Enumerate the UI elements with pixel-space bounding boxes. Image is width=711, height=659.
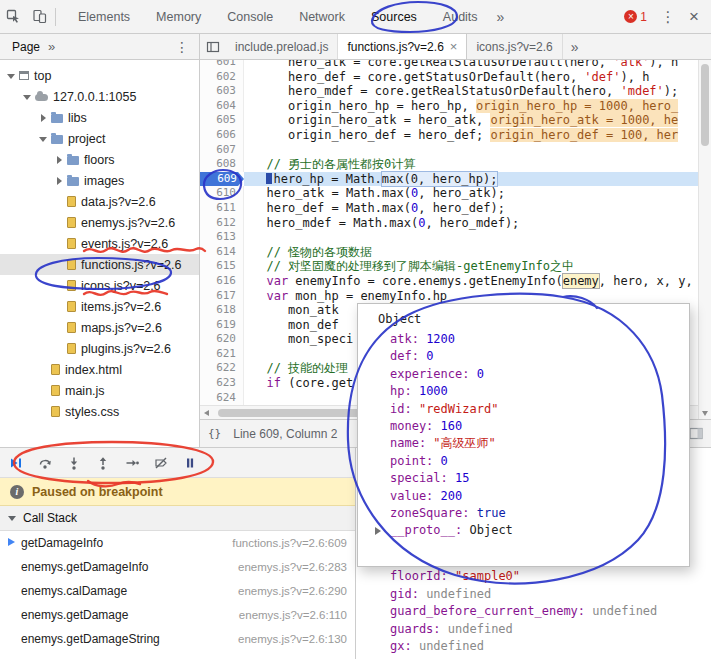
vertical-scrollbar[interactable] (698, 60, 711, 419)
code-text[interactable]: // 怪物的各项数据 (244, 245, 698, 260)
code-text[interactable]: hero_mdef = core.getRealStatusOrDefault(… (244, 84, 698, 99)
toggle-sidebar-icon[interactable] (689, 427, 703, 440)
call-stack-frame[interactable]: enemys.calDamageenemys.js?v=2.6:290 (0, 579, 355, 603)
editor-tab-functions-js-v-2-6[interactable]: functions.js?v=2.6× (338, 34, 467, 59)
resume-button[interactable] (8, 455, 24, 471)
line-number[interactable]: 607 (200, 143, 244, 158)
tree-item-top[interactable]: top (0, 65, 199, 86)
line-number[interactable]: 611 (200, 201, 244, 216)
code-text[interactable]: origin_hero_def = hero_def; origin_hero_… (244, 128, 698, 143)
tree-item-127-0-0-1-1055[interactable]: 127.0.0.1:1055 (0, 86, 199, 107)
tree-expand-icon[interactable] (6, 70, 17, 81)
tree-item-data-js-v-2-6[interactable]: data.js?v=2.6 (0, 191, 199, 212)
step-out-button[interactable] (95, 455, 111, 471)
expand-arrow-icon[interactable] (375, 527, 381, 535)
line-number[interactable]: 606 (200, 128, 244, 143)
step-into-button[interactable] (66, 455, 82, 471)
line-number[interactable]: 614 (200, 245, 244, 260)
code-text[interactable]: origin_hero_atk = hero_atk, origin_hero_… (244, 113, 698, 128)
call-stack-frame[interactable]: getDamageInfofunctions.js?v=2.6:609 (0, 531, 355, 555)
tree-item-index-html[interactable]: index.html (0, 359, 199, 380)
code-text[interactable]: var mon_hp = enemyInfo.hp (244, 289, 698, 304)
tab-page[interactable]: Page (6, 40, 46, 54)
line-number[interactable]: 605 (200, 113, 244, 128)
tab-network[interactable]: Network (286, 0, 358, 33)
line-number[interactable]: 619 (200, 318, 244, 333)
tree-item-styles-css[interactable]: styles.css (0, 401, 199, 422)
line-number[interactable]: 624 (200, 391, 244, 406)
step-over-button[interactable] (37, 455, 53, 471)
tree-expand-icon[interactable] (54, 175, 65, 186)
tree-item-main-js[interactable]: main.js (0, 380, 199, 401)
line-number[interactable]: 604 (200, 99, 244, 114)
tab-audits[interactable]: Audits (430, 0, 491, 33)
code-text[interactable]: var enemyInfo = core.enemys.getEnemyInfo… (244, 274, 698, 289)
code-text[interactable]: hero_mdef = Math.max(0, hero_mdef); (244, 216, 698, 231)
tab-memory[interactable]: Memory (143, 0, 214, 33)
line-number[interactable]: 623 (200, 376, 244, 391)
close-tab-icon[interactable]: × (450, 39, 458, 54)
tree-expand-icon[interactable] (38, 112, 49, 123)
call-stack-frame[interactable]: enemys.getDamageInfoenemys.js?v=2.6:283 (0, 555, 355, 579)
editor-tab-icons-js-v-2-6[interactable]: icons.js?v=2.6 (467, 34, 562, 59)
object-property[interactable]: __proto__: Object (358, 522, 689, 539)
tree-item-images[interactable]: images (0, 170, 199, 191)
pretty-print-button[interactable]: {} (208, 427, 221, 440)
line-number[interactable]: 620 (200, 332, 244, 347)
scroll-left-icon[interactable] (200, 406, 214, 419)
tree-item-project[interactable]: project (0, 128, 199, 149)
hovered-variable[interactable]: enemy (563, 274, 599, 288)
tree-item-maps-js-v-2-6[interactable]: maps.js?v=2.6 (0, 317, 199, 338)
pause-on-exceptions-button[interactable] (182, 455, 198, 471)
editor-tab-include-preload-js[interactable]: include.preload.js (226, 34, 338, 59)
line-number[interactable]: 616 (200, 274, 244, 289)
tree-expand-icon[interactable] (54, 154, 65, 165)
call-stack-frame[interactable]: enemys.getDamageenemys.js?v=2.6:110 (0, 603, 355, 627)
error-badge[interactable]: × 1 (624, 10, 647, 24)
tree-item-items-js-v-2-6[interactable]: items.js?v=2.6 (0, 296, 199, 317)
code-text[interactable]: hero_atk = Math.max(0, hero_atk); (244, 186, 698, 201)
line-number[interactable]: 618 (200, 303, 244, 318)
line-number[interactable]: 603 (200, 84, 244, 99)
tree-item-events-js-v-2-6[interactable]: events.js?v=2.6 (0, 233, 199, 254)
line-number[interactable]: 613 (200, 230, 244, 245)
line-number[interactable]: 609 (200, 172, 244, 187)
code-text[interactable]: // 勇士的各属性都按0计算 (244, 157, 698, 172)
tree-item-functions-js-v-2-6[interactable]: functions.js?v=2.6 (0, 254, 199, 275)
line-number[interactable]: 621 (200, 347, 244, 362)
more-panels-chevron[interactable]: » (491, 9, 511, 25)
tree-item-enemys-js-v-2-6[interactable]: enemys.js?v=2.6 (0, 212, 199, 233)
tree-item-libs[interactable]: libs (0, 107, 199, 128)
tree-item-icons-js-v-2-6[interactable]: icons.js?v=2.6 (0, 275, 199, 296)
call-stack-header[interactable]: Call Stack (0, 506, 355, 531)
tab-console[interactable]: Console (214, 0, 286, 33)
call-stack-frame[interactable]: enemys.getDamageStringenemys.js?v=2.6:13… (0, 627, 355, 651)
navigator-menu-icon[interactable]: ⋮ (171, 39, 193, 55)
navigator-more-chevron[interactable]: » (48, 39, 55, 54)
vertical-scroll-thumb[interactable] (701, 64, 709, 146)
code-text[interactable]: // 对坚固魔的处理移到了脚本编辑-getEnemyInfo之中 (244, 259, 698, 274)
code-text[interactable]: hero_hp = Math.max(0, hero_hp); (244, 172, 698, 187)
close-icon[interactable]: × (681, 4, 707, 30)
code-text[interactable]: origin_hero_hp = hero_hp, origin_hero_hp… (244, 99, 698, 114)
tree-item-plugins-js-v-2-6[interactable]: plugins.js?v=2.6 (0, 338, 199, 359)
inspect-icon[interactable] (0, 4, 26, 30)
tab-sources[interactable]: Sources (358, 0, 430, 33)
line-number[interactable]: 602 (200, 70, 244, 85)
line-number[interactable]: 608 (200, 157, 244, 172)
device-toolbar-icon[interactable] (26, 4, 52, 30)
navigator-toggle-icon[interactable] (200, 34, 226, 59)
tab-elements[interactable]: Elements (65, 0, 143, 33)
scroll-down-icon[interactable] (699, 406, 711, 419)
code-text[interactable]: hero_def = core.getStatusOrDefault(hero,… (244, 70, 698, 85)
tree-expand-icon[interactable] (22, 91, 33, 102)
line-number[interactable]: 617 (200, 289, 244, 304)
tree-expand-icon[interactable] (38, 133, 49, 144)
line-number[interactable]: 612 (200, 216, 244, 231)
code-text[interactable] (244, 230, 698, 245)
code-text[interactable]: hero_def = Math.max(0, hero_def); (244, 201, 698, 216)
code-text[interactable] (244, 143, 698, 158)
editor-tabs-more-chevron[interactable]: » (563, 34, 587, 59)
tree-item-floors[interactable]: floors (0, 149, 199, 170)
step-button[interactable] (124, 455, 140, 471)
